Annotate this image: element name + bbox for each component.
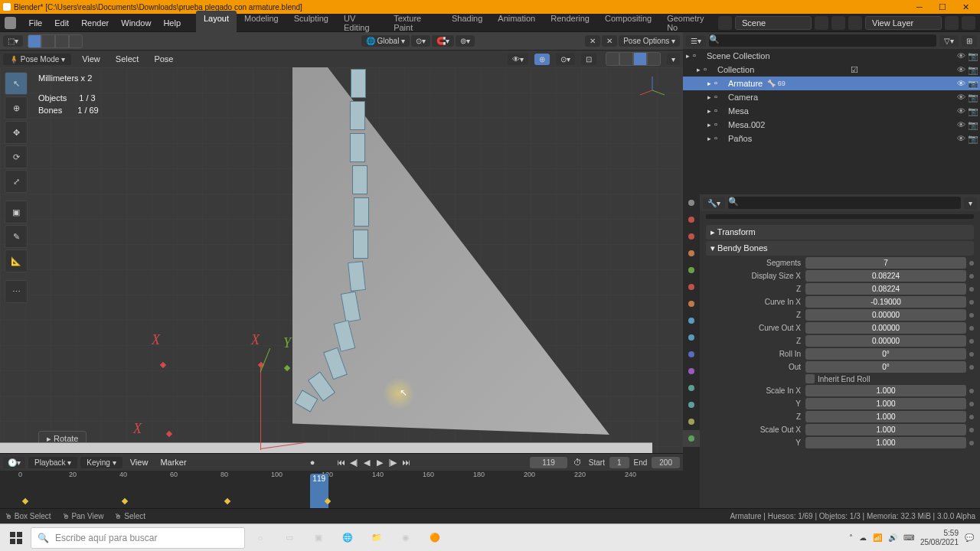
next-key-button[interactable]: |▶ bbox=[387, 456, 399, 468]
start-button[interactable] bbox=[3, 527, 29, 549]
current-frame-field[interactable]: 119 bbox=[530, 457, 567, 468]
jump-start-button[interactable]: ⏮ bbox=[335, 456, 347, 468]
autokey-toggle[interactable]: ● bbox=[306, 456, 318, 468]
scene-new-icon[interactable] bbox=[815, 16, 828, 30]
outliner-mesa[interactable]: ▸▫Mesa👁📷 bbox=[683, 104, 980, 118]
mirror-x-button[interactable]: ✕ bbox=[602, 35, 617, 47]
prop-tab-9[interactable] bbox=[683, 346, 700, 363]
playback-dropdown[interactable]: Playback ▾ bbox=[28, 457, 77, 468]
tray-cloud-icon[interactable]: ☁ bbox=[859, 533, 867, 542]
tab-animation[interactable]: Animation bbox=[490, 11, 543, 35]
proportional-dropdown[interactable]: ⊚▾ bbox=[456, 35, 475, 47]
play-reverse-button[interactable]: ◀ bbox=[361, 456, 373, 468]
maximize-button[interactable]: ☐ bbox=[931, 2, 954, 12]
prop-value[interactable]: 1.000 bbox=[805, 437, 966, 448]
taskbar-clock[interactable]: 5:5925/08/2021 bbox=[920, 529, 959, 547]
measure-tool[interactable]: 📐 bbox=[5, 249, 28, 272]
prop-tab-0[interactable] bbox=[683, 194, 700, 211]
cursor-tool[interactable]: ↖ bbox=[5, 72, 28, 95]
taskbar-search[interactable]: 🔍 Escribe aquí para buscar bbox=[31, 527, 245, 549]
view-menu[interactable]: View bbox=[77, 54, 105, 64]
move-tool[interactable]: ✥ bbox=[5, 121, 28, 144]
tray-volume-icon[interactable]: 🔊 bbox=[888, 533, 897, 542]
prop-tab-11[interactable] bbox=[683, 380, 700, 396]
explorer-icon[interactable]: 📁 bbox=[363, 527, 390, 549]
props-search[interactable]: 🔍 bbox=[728, 197, 961, 209]
taskview-icon[interactable]: ▭ bbox=[276, 527, 303, 549]
outliner-new-collection[interactable]: ⊞ bbox=[962, 35, 977, 47]
shading-modes[interactable] bbox=[606, 52, 661, 66]
prop-tab-5[interactable] bbox=[683, 279, 700, 295]
prop-tab-12[interactable] bbox=[683, 396, 700, 413]
tab-geometry-no[interactable]: Geometry No bbox=[659, 11, 718, 35]
prop-tab-1[interactable] bbox=[683, 211, 700, 228]
cortana-icon[interactable]: ○ bbox=[247, 527, 274, 549]
tab-layout[interactable]: Layout bbox=[196, 11, 237, 35]
tab-texture-paint[interactable]: Texture Paint bbox=[386, 11, 444, 35]
outliner-collection[interactable]: ▸▫Collection☑👁📷 bbox=[683, 63, 980, 77]
prop-value[interactable]: 7 bbox=[805, 257, 966, 269]
prop-tab-13[interactable] bbox=[683, 413, 700, 430]
outliner-filter-button[interactable]: ▽▾ bbox=[939, 35, 959, 47]
taskbar-app-1[interactable]: ▣ bbox=[305, 527, 332, 549]
outliner-paos[interactable]: ▸▫Paños👁📷 bbox=[683, 132, 980, 145]
prop-value[interactable]: 0.08224 bbox=[805, 283, 966, 295]
prop-value[interactable]: 0.08224 bbox=[805, 270, 966, 282]
bendy-bones-section-header[interactable]: ▾ Bendy Bones bbox=[706, 241, 974, 256]
transform-section-header[interactable]: ▸ Transform bbox=[706, 225, 974, 240]
outliner-mesa002[interactable]: ▸▫Mesa.002👁📷 bbox=[683, 118, 980, 132]
xray-toggle[interactable]: ⊡ bbox=[581, 54, 596, 65]
chrome-icon[interactable]: ◉ bbox=[392, 527, 420, 549]
close-button[interactable]: ✕ bbox=[954, 2, 977, 12]
prop-value[interactable]: 0.00000 bbox=[805, 322, 966, 334]
prop-tab-7[interactable] bbox=[683, 312, 700, 329]
select-tool[interactable]: ⊕ bbox=[5, 96, 28, 119]
prop-value[interactable]: 0° bbox=[805, 348, 966, 360]
tab-rendering[interactable]: Rendering bbox=[543, 11, 597, 35]
prop-value[interactable]: 0° bbox=[805, 361, 966, 373]
prop-value[interactable]: 1.000 bbox=[805, 385, 966, 396]
pose-menu[interactable]: Pose bbox=[149, 54, 178, 64]
tab-modeling[interactable]: Modeling bbox=[237, 11, 286, 35]
visibility-dropdown[interactable]: 👁▾ bbox=[508, 54, 528, 65]
jump-end-button[interactable]: ⏭ bbox=[400, 456, 412, 468]
outliner-armature[interactable]: ▸▫Armature🦴 69👁📷 bbox=[683, 77, 980, 90]
extra-tool[interactable]: ⋯ bbox=[5, 280, 28, 303]
timeline-track[interactable]: 020406080100120140160180200220240119 bbox=[0, 471, 683, 508]
menu-edit[interactable]: Edit bbox=[48, 18, 75, 28]
timeline-marker-menu[interactable]: Marker bbox=[155, 458, 191, 467]
prop-tab-8[interactable] bbox=[683, 329, 700, 346]
editor-type-dropdown[interactable]: ⬚▾ bbox=[3, 35, 23, 47]
menu-file[interactable]: File bbox=[22, 18, 48, 28]
keying-dropdown[interactable]: Keying ▾ bbox=[80, 457, 122, 468]
pose-options-dropdown[interactable]: Pose Options ▾ bbox=[619, 35, 680, 47]
tab-shading[interactable]: Shading bbox=[444, 11, 490, 35]
prev-key-button[interactable]: ◀| bbox=[348, 456, 360, 468]
prop-value[interactable]: 1.000 bbox=[805, 424, 966, 435]
play-button[interactable]: ▶ bbox=[374, 456, 386, 468]
gizmo-toggle[interactable]: ⊕ bbox=[534, 54, 550, 65]
prop-value[interactable]: 0.00000 bbox=[805, 335, 966, 347]
overlay-dropdown[interactable]: ⊙▾ bbox=[556, 54, 575, 65]
tray-lang[interactable]: ⌨ bbox=[903, 533, 914, 542]
notifications-icon[interactable]: 💬 bbox=[965, 533, 974, 542]
timeline-editor-dropdown[interactable]: 🕐▾ bbox=[3, 457, 25, 468]
axis-nav-gizmo[interactable] bbox=[637, 75, 668, 106]
rotate-tool[interactable]: ⟳ bbox=[5, 145, 28, 168]
prop-value[interactable]: 1.000 bbox=[805, 398, 966, 409]
timeline-view-menu[interactable]: View bbox=[126, 458, 153, 467]
outliner-camera[interactable]: ▸▫Camera👁📷 bbox=[683, 90, 980, 104]
prop-tab-2[interactable] bbox=[683, 228, 700, 245]
outliner-scenecollection[interactable]: ▸▫Scene Collection👁📷 bbox=[683, 49, 980, 63]
view-layer-field[interactable]: View Layer bbox=[865, 16, 942, 30]
timer-icon[interactable]: ⏱ bbox=[572, 456, 584, 468]
layer-browse-icon[interactable] bbox=[848, 16, 862, 30]
minimize-button[interactable]: ─ bbox=[908, 2, 931, 11]
mirror-button[interactable]: ✕ bbox=[585, 35, 600, 47]
props-options[interactable]: ▾ bbox=[964, 197, 977, 209]
prop-tab-14[interactable] bbox=[683, 430, 700, 447]
end-frame-field[interactable]: 200 bbox=[652, 457, 680, 468]
transform-tool[interactable]: ▣ bbox=[5, 201, 28, 223]
menu-window[interactable]: Window bbox=[115, 18, 157, 28]
scene-browse-icon[interactable] bbox=[718, 16, 732, 30]
